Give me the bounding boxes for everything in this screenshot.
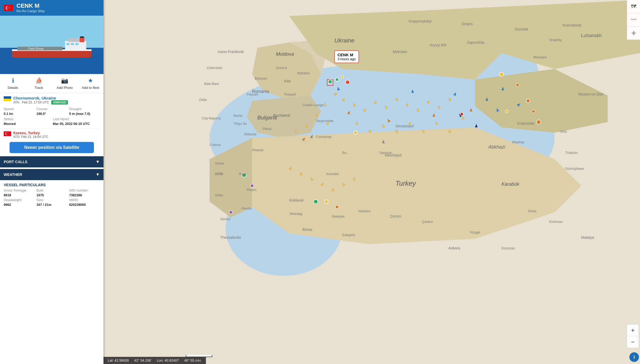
svg-point-94 bbox=[516, 83, 519, 86]
svg-text:Ukraine: Ukraine bbox=[334, 37, 354, 44]
svg-point-90 bbox=[345, 80, 350, 84]
destination-info: Chornomorsk, Ukraine ATA: Feb 23, 17:54 … bbox=[13, 96, 68, 105]
details-button[interactable]: ℹ Details bbox=[0, 74, 26, 93]
svg-text:Sevastopol: Sevastopol bbox=[395, 124, 414, 128]
scale-bar-line bbox=[186, 355, 212, 357]
track-icon: ⛵ bbox=[35, 77, 42, 84]
imo-label: IMO number: bbox=[69, 189, 100, 192]
map-svg: Moldova Bulgaria Ukraine Turkey Karabük … bbox=[103, 0, 640, 364]
mmsi-label: MMSI: bbox=[69, 198, 100, 202]
ship-illustration: Cenk Group bbox=[7, 36, 97, 59]
svg-text:Ordu: Ordu bbox=[560, 130, 567, 133]
vessel-type: Ro-Ro Cargo Ship bbox=[16, 9, 45, 13]
layers-button[interactable]: 🗺 bbox=[627, 0, 640, 13]
svg-text:Gümüşhane: Gümüşhane bbox=[565, 167, 584, 171]
vessel-title-block: CENK M Ro-Ro Cargo Ship bbox=[16, 3, 45, 13]
svg-text:Ceadir-Lunga: Ceadir-Lunga bbox=[302, 103, 324, 107]
svg-text:Tekirdag: Tekirdag bbox=[289, 212, 302, 216]
svg-text:Luhanskh: Luhanskh bbox=[581, 33, 602, 38]
svg-text:Baia Mare: Baia Mare bbox=[204, 82, 219, 86]
ata-label: ATA: bbox=[13, 101, 20, 104]
zoom-out-button[interactable]: − bbox=[627, 336, 639, 348]
cursor-tool-button[interactable]: ✛ bbox=[627, 27, 640, 40]
svg-text:Sofia: Sofia bbox=[215, 193, 223, 197]
svg-text:Krasnodar: Krasnodar bbox=[517, 121, 535, 125]
svg-text:Rybnitsa: Rybnitsa bbox=[297, 71, 310, 75]
draught-value: 5 m (max 7.0) bbox=[69, 112, 100, 116]
particulars-grid: Gross Tonnage: Built: IMO number: 8619 1… bbox=[4, 189, 100, 207]
track-label: Track bbox=[34, 86, 43, 90]
info-icon: i bbox=[633, 354, 635, 360]
port-calls-header[interactable]: PORT CALLS ▼ bbox=[0, 156, 103, 167]
svg-point-2 bbox=[7, 7, 9, 9]
svg-point-89 bbox=[328, 80, 332, 84]
last-report-value: Mar 05, 2022 06:15 UTC bbox=[53, 122, 100, 126]
zoom-in-button[interactable]: + bbox=[627, 324, 639, 336]
svg-text:Sivas: Sivas bbox=[528, 209, 537, 213]
svg-text:Târgu Jiu: Târgu Jiu bbox=[233, 122, 247, 125]
scale-bar-label: 100 nm bbox=[194, 358, 204, 361]
port-calls-chevron: ▼ bbox=[96, 159, 100, 164]
destination-port: Chornomorsk, Ukraine bbox=[13, 96, 68, 100]
status-value: Moored bbox=[4, 122, 51, 126]
svg-text:Bălți: Bălți bbox=[284, 79, 291, 83]
weather-layer-button[interactable]: 〰 bbox=[627, 13, 640, 27]
svg-text:Rostov-on-Don: Rostov-on-Don bbox=[578, 92, 603, 96]
svg-text:Mykolaiv: Mykolaiv bbox=[393, 50, 407, 54]
lat-label: Lat: 42.56926 bbox=[108, 358, 129, 362]
svg-point-100 bbox=[460, 112, 463, 116]
stats-grid: Speed: Course: Draught: 0.1 kn 188.5° 5 … bbox=[4, 107, 100, 116]
add-photo-button[interactable]: 📷 Add Photo bbox=[52, 74, 78, 93]
svg-text:Samsun: Samsun bbox=[379, 151, 392, 155]
built-label: Built: bbox=[36, 189, 67, 192]
svg-text:Craiova: Craiova bbox=[210, 143, 221, 147]
svg-text:Sakarya: Sakarya bbox=[332, 214, 344, 218]
svg-text:Mariupol: Mariupol bbox=[533, 55, 547, 59]
gross-tonnage-value: 8619 bbox=[4, 193, 34, 197]
info-button[interactable]: i bbox=[629, 352, 639, 362]
svg-text:Pașcani: Pașcani bbox=[247, 93, 258, 96]
weather-header[interactable]: WEATHER ▼ bbox=[0, 169, 103, 180]
svg-text:Kramatorsk: Kramatorsk bbox=[563, 23, 582, 27]
map-area[interactable]: Moldova Bulgaria Ukraine Turkey Karabük … bbox=[103, 0, 640, 364]
atd-label: ATD: bbox=[13, 135, 20, 139]
svg-text:Karabük: Karabük bbox=[501, 181, 520, 187]
destination-block: Chornomorsk, Ukraine ATA: Feb 23, 17:54 … bbox=[4, 96, 100, 105]
svg-point-99 bbox=[354, 131, 357, 135]
svg-text:Moldova: Moldova bbox=[276, 51, 294, 57]
svg-text:Chernivtsi: Chernivtsi bbox=[207, 66, 222, 70]
vessel-particulars: VESSEL PARTICULARS Gross Tonnage: Built:… bbox=[4, 183, 100, 207]
ukraine-flag bbox=[4, 96, 11, 101]
svg-text:Erzincan: Erzincan bbox=[549, 220, 563, 224]
weather-label: WEATHER bbox=[4, 172, 22, 177]
svg-text:Sorocа: Sorocа bbox=[276, 66, 287, 70]
satellite-button[interactable]: Newer position via Satellite bbox=[10, 142, 94, 153]
svg-point-91 bbox=[335, 78, 339, 81]
svg-text:Pleven: Pleven bbox=[247, 188, 257, 192]
svg-text:Thessaloniki: Thessaloniki bbox=[220, 235, 241, 240]
add-to-fleet-button[interactable]: ★ Add to fleet bbox=[78, 74, 104, 93]
svg-text:Kirklareli: Kirklareli bbox=[289, 198, 304, 202]
svg-text:Komotini: Komotini bbox=[326, 172, 339, 176]
svg-point-93 bbox=[499, 72, 504, 76]
svg-text:Erzincan: Erzincan bbox=[501, 246, 515, 250]
svg-point-98 bbox=[505, 110, 508, 113]
svg-point-95 bbox=[526, 99, 530, 103]
right-toolbar: 🗺 〰 ✛ bbox=[627, 0, 640, 40]
gross-tonnage-label: Gross Tonnage: bbox=[4, 189, 34, 192]
speed-label: Speed: bbox=[4, 107, 34, 111]
svg-text:Trabzon: Trabzon bbox=[565, 151, 578, 155]
svg-text:Slobozia: Slobozia bbox=[244, 132, 256, 136]
track-button[interactable]: ⛵ Track bbox=[26, 74, 52, 93]
scale-bar: 100 nm bbox=[186, 355, 212, 361]
origin-port: Karasu, Turkey bbox=[13, 131, 48, 135]
info-circle-icon: ℹ bbox=[12, 77, 14, 84]
course-label: Course: bbox=[36, 107, 67, 111]
speed-value: 0.1 kn bbox=[4, 112, 34, 116]
svg-text:Donetsk: Donetsk bbox=[515, 27, 529, 31]
svg-text:Cluj-Napoca: Cluj-Napoca bbox=[202, 116, 221, 120]
deadweight-label: Deadweight: bbox=[4, 198, 34, 202]
svg-text:Botoșani: Botoșani bbox=[255, 77, 267, 80]
last-report-label: Last report: bbox=[53, 117, 100, 121]
svg-text:Shakhty: Shakhty bbox=[549, 38, 562, 42]
